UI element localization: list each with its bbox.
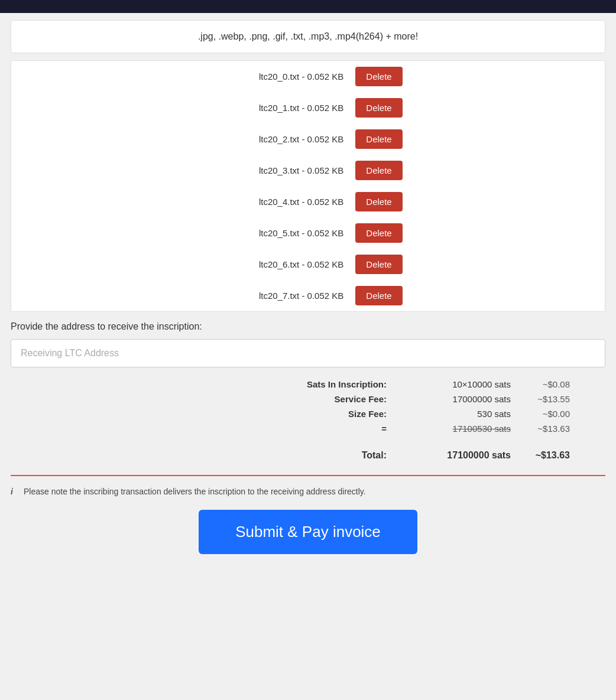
delete-button[interactable]: Delete — [355, 192, 402, 211]
subtotal-sats: 17100530 sats — [404, 424, 511, 434]
address-input[interactable] — [11, 339, 605, 367]
delete-button[interactable]: Delete — [355, 255, 402, 274]
delete-button[interactable]: Delete — [355, 286, 402, 305]
delete-button[interactable]: Delete — [355, 223, 402, 243]
top-banner — [0, 0, 616, 13]
file-row: ltc20_0.txt - 0.052 KBDelete — [11, 61, 605, 92]
note-text: Please note the inscribing transaction d… — [24, 486, 366, 498]
file-row: ltc20_6.txt - 0.052 KBDelete — [11, 249, 605, 280]
service-fee-sats: 17000000 sats — [404, 394, 511, 404]
sats-in-inscription-usd: ~$0.08 — [529, 379, 570, 389]
file-name: ltc20_7.txt - 0.052 KB — [213, 291, 343, 301]
size-fee-usd: ~$0.00 — [529, 409, 570, 419]
service-fee-row: Service Fee: 17000000 sats ~$13.55 — [11, 392, 605, 406]
sats-in-inscription-row: Sats In Inscription: 10×10000 sats ~$0.0… — [11, 377, 605, 392]
delete-button[interactable]: Delete — [355, 129, 402, 149]
files-list-box: ltc20_0.txt - 0.052 KBDeleteltc20_1.txt … — [11, 60, 605, 312]
size-fee-label: Size Fee: — [268, 409, 387, 419]
address-section: Provide the address to receive the inscr… — [11, 321, 605, 367]
delete-button[interactable]: Delete — [355, 98, 402, 118]
subtotal-usd: ~$13.63 — [529, 424, 570, 434]
file-name: ltc20_6.txt - 0.052 KB — [213, 259, 343, 269]
info-icon: i — [11, 487, 19, 496]
file-name: ltc20_1.txt - 0.052 KB — [213, 103, 343, 113]
file-name: ltc20_2.txt - 0.052 KB — [213, 134, 343, 144]
submit-pay-button[interactable]: Submit & Pay invoice — [199, 510, 417, 554]
service-fee-usd: ~$13.55 — [529, 394, 570, 404]
red-divider — [11, 475, 605, 476]
file-row: ltc20_3.txt - 0.052 KBDelete — [11, 155, 605, 186]
sats-in-inscription-sats: 10×10000 sats — [404, 379, 511, 389]
file-name: ltc20_4.txt - 0.052 KB — [213, 197, 343, 207]
size-fee-row: Size Fee: 530 sats ~$0.00 — [11, 406, 605, 421]
file-row: ltc20_5.txt - 0.052 KBDelete — [11, 217, 605, 249]
subtotal-label: = — [268, 424, 387, 434]
delete-button[interactable]: Delete — [355, 67, 402, 86]
size-fee-sats: 530 sats — [404, 409, 511, 419]
service-fee-label: Service Fee: — [268, 394, 387, 404]
sats-in-inscription-label: Sats In Inscription: — [268, 379, 387, 389]
formats-box: .jpg, .webp, .png, .gif, .txt, .mp3, .mp… — [11, 20, 605, 53]
total-usd: ~$13.63 — [529, 450, 570, 461]
file-row: ltc20_2.txt - 0.052 KBDelete — [11, 123, 605, 155]
file-name: ltc20_5.txt - 0.052 KB — [213, 228, 343, 238]
file-row: ltc20_4.txt - 0.052 KBDelete — [11, 186, 605, 217]
file-row: ltc20_7.txt - 0.052 KBDelete — [11, 280, 605, 311]
note-section: i Please note the inscribing transaction… — [11, 486, 605, 498]
formats-text: .jpg, .webp, .png, .gif, .txt, .mp3, .mp… — [198, 31, 418, 41]
file-row: ltc20_1.txt - 0.052 KBDelete — [11, 92, 605, 123]
fees-section: Sats In Inscription: 10×10000 sats ~$0.0… — [11, 377, 605, 465]
subtotal-row: = 17100530 sats ~$13.63 — [11, 421, 605, 436]
file-name: ltc20_3.txt - 0.052 KB — [213, 165, 343, 175]
delete-button[interactable]: Delete — [355, 161, 402, 180]
total-row: Total: 17100000 sats ~$13.63 — [11, 445, 605, 465]
page-wrapper: .jpg, .webp, .png, .gif, .txt, .mp3, .mp… — [0, 0, 616, 554]
total-label: Total: — [268, 450, 387, 461]
submit-btn-wrapper: Submit & Pay invoice — [11, 510, 605, 554]
address-label: Provide the address to receive the inscr… — [11, 321, 605, 332]
total-sats: 17100000 sats — [404, 450, 511, 461]
file-name: ltc20_0.txt - 0.052 KB — [213, 71, 343, 82]
